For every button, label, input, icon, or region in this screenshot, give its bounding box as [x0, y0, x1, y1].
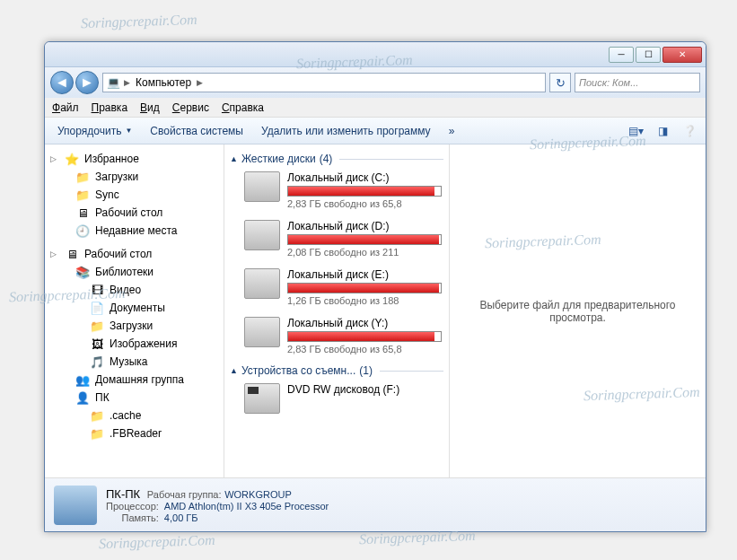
more-commands-button[interactable]: »	[442, 122, 462, 140]
organize-button[interactable]: Упорядочить ▼	[50, 122, 139, 140]
drive-dvd[interactable]: DVD RW дисковод (F:)	[228, 380, 445, 421]
breadcrumb[interactable]: 💻 ▶ Компьютер ▶	[102, 73, 546, 92]
nav-pc[interactable]: 👤ПК	[45, 389, 224, 407]
watermark: Soringpcrepair.Com	[81, 12, 197, 32]
drive-usage-bar	[287, 186, 442, 197]
collapse-icon: ▲	[230, 154, 238, 163]
computer-icon: 💻	[107, 76, 120, 89]
image-icon: 🖼	[90, 337, 104, 351]
address-bar: ◄ ► 💻 ▶ Компьютер ▶ ↻ Поиск: Ком...	[45, 67, 706, 98]
star-icon: ⭐	[65, 152, 79, 166]
menubar: Файл Правка Вид Сервис Справка	[45, 98, 706, 118]
nav-sync[interactable]: 📁Sync	[45, 186, 224, 204]
drive-free-text: 1,26 ГБ свободно из 188	[287, 295, 442, 306]
hard-disk-icon	[244, 220, 280, 250]
nav-desktop[interactable]: ▷🖥Рабочий стол	[45, 245, 224, 263]
chevron-right-icon: ▶	[124, 78, 130, 87]
drive-label: DVD RW дисковод (F:)	[287, 383, 442, 396]
drive-label: Локальный диск (Y:)	[287, 317, 442, 329]
nav-recent[interactable]: 🕘Недавние места	[45, 222, 224, 240]
toolbar: Упорядочить ▼ Свойства системы Удалить и…	[45, 118, 706, 144]
menu-help[interactable]: Справка	[222, 101, 264, 114]
video-icon: 🎞	[90, 283, 104, 297]
libraries-icon: 📚	[75, 265, 90, 279]
collapse-icon: ▲	[230, 366, 238, 375]
computer-large-icon	[54, 486, 97, 525]
close-button[interactable]: ✕	[662, 47, 702, 63]
chevron-down-icon: ▼	[125, 127, 132, 135]
folder-icon: 📁	[90, 426, 104, 441]
menu-view[interactable]: Вид	[140, 101, 160, 114]
nav-downloads[interactable]: 📁Загрузки	[45, 168, 224, 186]
group-removable[interactable]: ▲ Устройства со съемн... (1)	[228, 362, 445, 380]
nav-lib-documents[interactable]: 📄Документы	[45, 299, 224, 317]
recent-icon: 🕘	[75, 223, 90, 238]
preview-pane-button[interactable]: ◨	[652, 121, 673, 141]
nav-libraries[interactable]: 📚Библиотеки	[45, 263, 224, 281]
user-icon: 👤	[75, 390, 90, 405]
refresh-button[interactable]: ↻	[549, 73, 571, 92]
search-placeholder: Поиск: Ком...	[579, 77, 638, 88]
folder-icon: 📁	[90, 408, 104, 423]
content-pane: ▲ Жесткие диски (4) Локальный диск (C:)2…	[224, 144, 449, 477]
explorer-window: ─ ☐ ✕ ◄ ► 💻 ▶ Компьютер ▶ ↻ Поиск: Ком..…	[44, 41, 706, 532]
chevron-right-icon: ▶	[197, 78, 203, 87]
nav-pc-fbreader[interactable]: 📁.FBReader	[45, 424, 224, 442]
nav-lib-video[interactable]: 🎞Видео	[45, 281, 224, 299]
view-mode-button[interactable]: ▤▾	[625, 121, 646, 141]
hard-disk-icon	[244, 268, 280, 299]
nav-lib-downloads[interactable]: 📁Загрузки	[45, 317, 224, 335]
preview-pane: Выберите файл для предварительного просм…	[449, 144, 706, 477]
drive-label: Локальный диск (D:)	[287, 220, 442, 232]
drive-item[interactable]: Локальный диск (C:)2,83 ГБ свободно из 6…	[228, 168, 445, 216]
drive-usage-bar	[287, 234, 442, 245]
nav-lib-images[interactable]: 🖼Изображения	[45, 335, 224, 353]
minimize-button[interactable]: ─	[609, 47, 634, 63]
document-icon: 📄	[90, 301, 104, 315]
nav-pc-cache[interactable]: 📁.cache	[45, 407, 224, 424]
drive-free-text: 2,08 ГБ свободно из 211	[287, 247, 442, 258]
memory-value: 4,00 ГБ	[164, 512, 329, 523]
drive-free-text: 2,83 ГБ свободно из 65,8	[287, 344, 442, 354]
titlebar: ─ ☐ ✕	[45, 42, 706, 67]
drive-item[interactable]: Локальный диск (E:)1,26 ГБ свободно из 1…	[228, 265, 445, 313]
drive-label: Локальный диск (E:)	[287, 268, 442, 281]
desktop-icon: 🖥	[75, 206, 90, 220]
group-hard-disks[interactable]: ▲ Жесткие диски (4)	[228, 150, 445, 168]
dvd-drive-icon	[244, 383, 280, 414]
menu-tools[interactable]: Сервис	[172, 101, 209, 114]
drive-free-text: 2,83 ГБ свободно из 65,8	[287, 198, 442, 209]
folder-icon: 📁	[90, 319, 104, 333]
details-pane: ПК-ПК Рабочая группа: WORKGROUP Процессо…	[45, 477, 706, 531]
menu-file[interactable]: Файл	[52, 101, 79, 114]
drive-item[interactable]: Локальный диск (D:)2,08 ГБ свободно из 2…	[228, 216, 445, 265]
maximize-button[interactable]: ☐	[636, 47, 661, 63]
hard-disk-icon	[244, 171, 280, 202]
help-button[interactable]: ❔	[679, 121, 700, 141]
forward-button[interactable]: ►	[75, 71, 99, 94]
breadcrumb-computer[interactable]: Компьютер	[134, 76, 193, 89]
preview-empty-text: Выберите файл для предварительного просм…	[459, 299, 697, 324]
drive-item[interactable]: Локальный диск (Y:)2,83 ГБ свободно из 6…	[228, 313, 445, 362]
system-properties-button[interactable]: Свойства системы	[143, 122, 250, 140]
nav-lib-music[interactable]: 🎵Музыка	[45, 353, 224, 371]
nav-homegroup[interactable]: 👥Домашняя группа	[45, 371, 224, 389]
uninstall-program-button[interactable]: Удалить или изменить программу	[254, 122, 438, 140]
cpu-label: Процессор:	[106, 501, 159, 512]
back-button[interactable]: ◄	[50, 71, 74, 94]
drive-label: Локальный диск (C:)	[287, 171, 442, 184]
watermark: Soringpcrepair.Com	[99, 532, 215, 553]
nav-favorites[interactable]: ▷⭐Избранное	[45, 150, 224, 168]
folder-icon: 📁	[75, 170, 90, 184]
search-input[interactable]: Поиск: Ком...	[575, 73, 700, 92]
nav-desktop-fav[interactable]: 🖥Рабочий стол	[45, 204, 224, 222]
drive-usage-bar	[287, 331, 442, 342]
memory-label: Память:	[106, 512, 159, 523]
cpu-value: AMD Athlon(tm) II X3 405e Processor	[164, 501, 329, 512]
homegroup-icon: 👥	[75, 372, 90, 387]
details-title: ПК-ПК Рабочая группа: WORKGROUP	[106, 487, 329, 501]
drive-usage-bar	[287, 283, 442, 293]
hard-disk-icon	[244, 317, 280, 347]
music-icon: 🎵	[90, 354, 104, 369]
menu-edit[interactable]: Правка	[92, 101, 128, 114]
